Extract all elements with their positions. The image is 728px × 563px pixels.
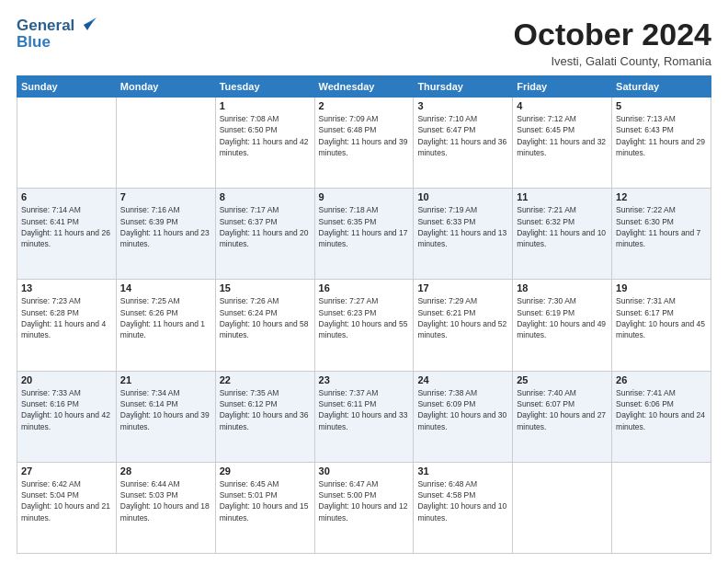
col-sunday: Sunday [17,76,117,98]
day-number: 28 [120,465,211,477]
day-info: Sunrise: 6:47 AMSunset: 5:00 PMDaylight:… [319,478,410,523]
day-info: Sunrise: 7:17 AMSunset: 6:37 PMDaylight:… [220,204,311,249]
day-number: 23 [319,374,410,385]
location: Ivesti, Galati County, Romania [514,54,711,68]
title-area: October 2024 Ivesti, Galati County, Roma… [514,17,711,68]
day-info: Sunrise: 6:45 AMSunset: 5:01 PMDaylight:… [220,478,311,523]
table-row: 17Sunrise: 7:29 AMSunset: 6:21 PMDayligh… [414,280,513,371]
logo-line: General [17,17,97,35]
day-number: 22 [220,374,311,385]
day-number: 19 [616,282,707,293]
col-thursday: Thursday [414,76,513,98]
day-number: 12 [616,191,707,202]
logo-bird-icon [76,17,97,32]
col-friday: Friday [513,76,612,98]
table-row: 2Sunrise: 7:09 AMSunset: 6:48 PMDaylight… [314,98,414,189]
day-number: 5 [616,100,707,111]
calendar: Sunday Monday Tuesday Wednesday Thursday… [17,75,711,554]
day-number: 24 [417,374,508,385]
calendar-week-row: 1Sunrise: 7:08 AMSunset: 6:50 PMDaylight… [17,98,711,189]
day-info: Sunrise: 7:21 AMSunset: 6:32 PMDaylight:… [517,204,608,249]
table-row: 13Sunrise: 7:23 AMSunset: 6:28 PMDayligh… [17,280,117,371]
day-number: 2 [319,100,410,111]
header: General Blue October 2024 Ivesti, Galati… [17,17,711,68]
day-info: Sunrise: 7:08 AMSunset: 6:50 PMDaylight:… [220,113,311,158]
table-row: 25Sunrise: 7:40 AMSunset: 6:07 PMDayligh… [513,371,612,462]
day-info: Sunrise: 7:19 AMSunset: 6:33 PMDaylight:… [417,204,508,249]
table-row: 5Sunrise: 7:13 AMSunset: 6:43 PMDaylight… [612,98,711,189]
table-row [513,462,612,553]
table-row: 9Sunrise: 7:18 AMSunset: 6:35 PMDaylight… [314,189,414,280]
table-row: 14Sunrise: 7:25 AMSunset: 6:26 PMDayligh… [116,280,215,371]
table-row: 19Sunrise: 7:31 AMSunset: 6:17 PMDayligh… [612,280,711,371]
day-info: Sunrise: 7:30 AMSunset: 6:19 PMDaylight:… [517,295,608,340]
day-number: 17 [417,282,508,293]
day-info: Sunrise: 7:14 AMSunset: 6:41 PMDaylight:… [21,204,112,249]
day-info: Sunrise: 6:48 AMSunset: 4:58 PMDaylight:… [417,478,508,523]
day-info: Sunrise: 7:38 AMSunset: 6:09 PMDaylight:… [417,387,508,432]
logo-general-text: General [17,17,74,35]
logo: General Blue [17,17,97,52]
calendar-week-row: 20Sunrise: 7:33 AMSunset: 6:16 PMDayligh… [17,371,711,462]
day-number: 26 [616,374,707,385]
day-number: 14 [120,282,211,293]
page: General Blue October 2024 Ivesti, Galati… [0,0,728,563]
table-row: 31Sunrise: 6:48 AMSunset: 4:58 PMDayligh… [414,462,513,553]
table-row: 4Sunrise: 7:12 AMSunset: 6:45 PMDaylight… [513,98,612,189]
table-row: 6Sunrise: 7:14 AMSunset: 6:41 PMDaylight… [17,189,117,280]
day-number: 3 [417,100,508,111]
day-number: 9 [319,191,410,202]
day-info: Sunrise: 7:35 AMSunset: 6:12 PMDaylight:… [220,387,311,432]
table-row [612,462,711,553]
day-number: 4 [517,100,608,111]
table-row: 16Sunrise: 7:27 AMSunset: 6:23 PMDayligh… [314,280,414,371]
day-info: Sunrise: 7:12 AMSunset: 6:45 PMDaylight:… [517,113,608,158]
calendar-week-row: 13Sunrise: 7:23 AMSunset: 6:28 PMDayligh… [17,280,711,371]
day-info: Sunrise: 7:26 AMSunset: 6:24 PMDaylight:… [220,295,311,340]
day-info: Sunrise: 7:09 AMSunset: 6:48 PMDaylight:… [319,113,410,158]
day-number: 8 [220,191,311,202]
day-info: Sunrise: 7:18 AMSunset: 6:35 PMDaylight:… [319,204,410,249]
day-info: Sunrise: 7:23 AMSunset: 6:28 PMDaylight:… [21,295,112,340]
day-info: Sunrise: 7:41 AMSunset: 6:06 PMDaylight:… [616,387,707,432]
day-number: 16 [319,282,410,293]
day-number: 29 [220,465,311,477]
day-info: Sunrise: 7:29 AMSunset: 6:21 PMDaylight:… [417,295,508,340]
table-row: 3Sunrise: 7:10 AMSunset: 6:47 PMDaylight… [414,98,513,189]
table-row: 1Sunrise: 7:08 AMSunset: 6:50 PMDaylight… [215,98,314,189]
day-info: Sunrise: 7:27 AMSunset: 6:23 PMDaylight:… [319,295,410,340]
table-row: 29Sunrise: 6:45 AMSunset: 5:01 PMDayligh… [215,462,314,553]
day-info: Sunrise: 7:10 AMSunset: 6:47 PMDaylight:… [417,113,508,158]
calendar-week-row: 27Sunrise: 6:42 AMSunset: 5:04 PMDayligh… [17,462,711,553]
day-info: Sunrise: 7:40 AMSunset: 6:07 PMDaylight:… [517,387,608,432]
day-info: Sunrise: 7:16 AMSunset: 6:39 PMDaylight:… [120,204,211,249]
day-info: Sunrise: 7:22 AMSunset: 6:30 PMDaylight:… [616,204,707,249]
col-monday: Monday [116,76,215,98]
table-row: 22Sunrise: 7:35 AMSunset: 6:12 PMDayligh… [215,371,314,462]
day-number: 13 [21,282,112,293]
day-number: 20 [21,374,112,385]
table-row: 24Sunrise: 7:38 AMSunset: 6:09 PMDayligh… [414,371,513,462]
col-saturday: Saturday [612,76,711,98]
day-number: 18 [517,282,608,293]
table-row: 18Sunrise: 7:30 AMSunset: 6:19 PMDayligh… [513,280,612,371]
day-number: 27 [21,465,112,477]
table-row: 27Sunrise: 6:42 AMSunset: 5:04 PMDayligh… [17,462,117,553]
table-row: 7Sunrise: 7:16 AMSunset: 6:39 PMDaylight… [116,189,215,280]
day-number: 6 [21,191,112,202]
day-number: 15 [220,282,311,293]
day-number: 21 [120,374,211,385]
col-wednesday: Wednesday [314,76,414,98]
day-info: Sunrise: 7:13 AMSunset: 6:43 PMDaylight:… [616,113,707,158]
day-number: 25 [517,374,608,385]
day-number: 30 [319,465,410,477]
table-row: 30Sunrise: 6:47 AMSunset: 5:00 PMDayligh… [314,462,414,553]
table-row: 28Sunrise: 6:44 AMSunset: 5:03 PMDayligh… [116,462,215,553]
table-row: 11Sunrise: 7:21 AMSunset: 6:32 PMDayligh… [513,189,612,280]
table-row: 10Sunrise: 7:19 AMSunset: 6:33 PMDayligh… [414,189,513,280]
day-info: Sunrise: 7:31 AMSunset: 6:17 PMDaylight:… [616,295,707,340]
month-title: October 2024 [514,17,711,52]
table-row [116,98,215,189]
day-number: 11 [517,191,608,202]
table-row: 15Sunrise: 7:26 AMSunset: 6:24 PMDayligh… [215,280,314,371]
